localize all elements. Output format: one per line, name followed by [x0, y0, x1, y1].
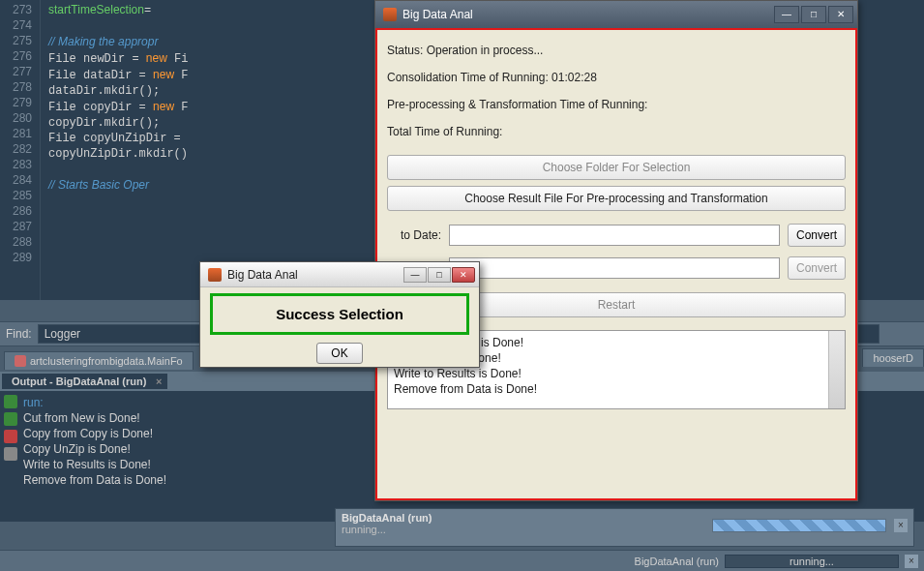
close-button[interactable]: ✕ — [452, 267, 475, 283]
running-task-bar: BigDataAnal (run) running... × — [335, 508, 914, 547]
java-icon — [208, 268, 222, 282]
preprocess-text: Pre-processing & Transformation Time of … — [387, 98, 846, 111]
output-text[interactable]: run: Cut from New is Done! Copy from Cop… — [23, 391, 166, 492]
close-button[interactable]: ✕ — [828, 6, 853, 23]
convert-date-button[interactable]: Convert — [788, 224, 846, 247]
close-icon[interactable]: × — [905, 555, 918, 568]
to-date-label: to Date: — [387, 228, 441, 242]
maximize-button[interactable]: □ — [428, 267, 451, 283]
scrollbar[interactable] — [828, 331, 845, 408]
dialog-title: Big Data Anal — [227, 268, 403, 282]
status-progress: running... — [725, 555, 899, 568]
success-message: Success Selection — [219, 306, 461, 322]
stop-icon[interactable] — [4, 430, 17, 443]
java-file-icon — [15, 355, 26, 367]
code-area[interactable]: startTimeSelection= // Making the approp… — [41, 0, 195, 300]
progress-bar — [712, 519, 886, 532]
choose-folder-button[interactable]: Choose Folder For Selection — [387, 155, 846, 180]
close-icon[interactable]: × — [894, 519, 908, 532]
convert-ip-button[interactable]: Convert — [788, 256, 846, 280]
dialog-titlebar[interactable]: Big Data Anal — □ ✕ — [200, 262, 479, 287]
window-titlebar[interactable]: Big Data Anal — □ ✕ — [375, 1, 857, 28]
choose-result-button[interactable]: Choose Result File For Pre-processing an… — [387, 186, 846, 211]
big-data-anal-window: Big Data Anal — □ ✕ Status: Operation in… — [374, 0, 858, 501]
status-task: BigDataAnal (run) — [635, 556, 719, 567]
settings-icon[interactable] — [4, 447, 17, 461]
to-ip-input[interactable] — [449, 257, 780, 279]
file-tab-right[interactable]: hooserD — [862, 348, 924, 367]
success-dialog: Big Data Anal — □ ✕ Success Selection OK — [199, 261, 480, 368]
window-title: Big Data Anal — [402, 8, 774, 21]
status-bar: BigDataAnal (run) running... × — [0, 550, 924, 571]
ok-button[interactable]: OK — [316, 343, 363, 364]
minimize-button[interactable]: — — [403, 267, 427, 283]
success-box: Success Selection — [210, 293, 469, 335]
output-toolbar — [0, 391, 23, 492]
output-tab[interactable]: Output - BigDataAnal (run)× — [2, 374, 167, 389]
run-icon[interactable] — [4, 412, 17, 426]
file-tab[interactable]: artclusteringfrombigdata.MainFo — [4, 351, 194, 370]
minimize-button[interactable]: — — [774, 6, 799, 23]
maximize-button[interactable]: □ — [801, 6, 826, 23]
total-text: Total Time of Running: — [387, 125, 846, 138]
to-date-input[interactable] — [449, 225, 780, 246]
consolidation-text: Consolidation Time of Running: 01:02:28 — [387, 71, 846, 84]
java-icon — [383, 8, 397, 21]
to-date-row: to Date: Convert — [387, 224, 846, 247]
status-text: Status: Operation in process... — [387, 44, 846, 57]
close-icon[interactable]: × — [156, 376, 162, 387]
line-gutter: 2732742752762772782792802812822832842852… — [0, 0, 41, 300]
dialog-body: Success Selection OK — [200, 287, 479, 370]
find-label: Find: — [6, 327, 32, 341]
rerun-icon[interactable] — [4, 395, 17, 408]
